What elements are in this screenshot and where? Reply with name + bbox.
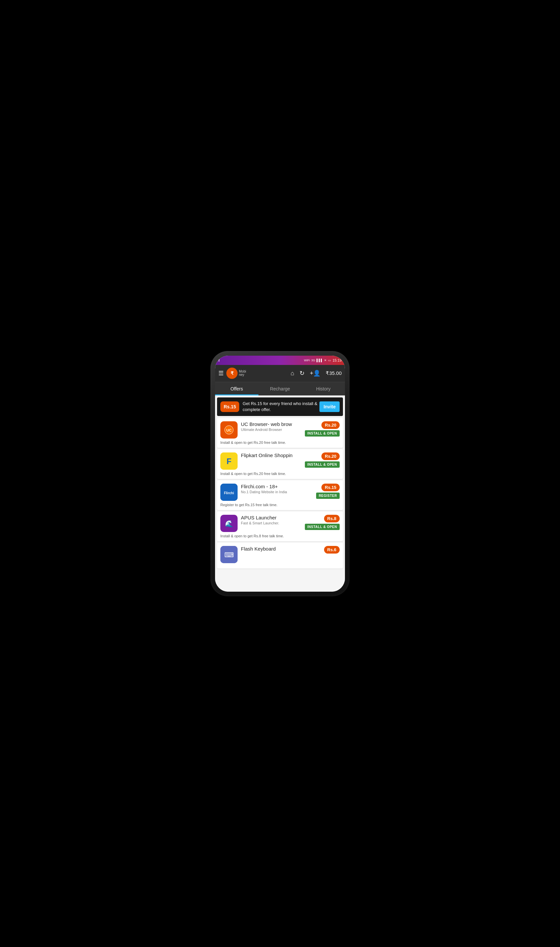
uc-browser-info: UC Browser- web brow Ultimate Android Br…	[241, 421, 302, 431]
flirchi-actions: Rs.15 REGISTER	[316, 484, 340, 499]
offer-card-flash-keyboard: ⌨ Flash Keyboard Rs.6	[217, 543, 343, 568]
svg-text:F: F	[227, 457, 232, 466]
flipkart-actions: Rs.20 INSTALL & OPEN	[305, 453, 340, 468]
flipkart-info: Flipkart Online Shoppin	[241, 453, 302, 459]
offer-card-apus: 🌊 APUS Launcher Fast & Smart Launcher. R…	[217, 511, 343, 541]
flash-keyboard-amount: Rs.6	[324, 546, 340, 554]
flipkart-amount: Rs.20	[322, 453, 340, 460]
uc-browser-amount: Rs.20	[322, 421, 340, 429]
tab-history[interactable]: History	[302, 382, 345, 396]
banner-amount-badge: Rs.15	[220, 401, 239, 412]
apus-name: APUS Launcher	[241, 515, 302, 520]
banner-text: Get Rs.15 for every friend who install &…	[243, 401, 319, 413]
apus-subtitle: Fast & Smart Launcher.	[241, 521, 302, 525]
uc-browser-name: UC Browser- web brow	[241, 421, 302, 427]
signal-x-icon: ✕	[324, 359, 327, 362]
refresh-icon[interactable]: ↻	[300, 370, 305, 377]
flirchi-register-button[interactable]: REGISTER	[316, 493, 340, 499]
tab-recharge[interactable]: Recharge	[258, 382, 302, 396]
phone-frame: f WiFi 3G ▌▌▌ ✕ ▭ 15:19 ☰ ₹ Mobi ney	[211, 351, 349, 596]
nav-icons: ⌂ ↻ +👤 ₹35.00	[291, 370, 342, 377]
flirchi-amount: Rs.15	[322, 484, 340, 491]
flash-keyboard-actions: Rs.6	[324, 546, 340, 554]
top-nav: ☰ ₹ Mobi ney ⌂ ↻ +👤 ₹35.00	[215, 365, 345, 382]
flash-keyboard-name: Flash Keyboard	[241, 546, 321, 551]
flash-keyboard-icon: ⌨	[220, 546, 238, 563]
apus-actions: Rs.8 INSTALL & OPEN	[305, 515, 340, 530]
uc-browser-icon: UC	[220, 421, 238, 439]
tabs-bar: Offers Recharge History	[215, 382, 345, 396]
apus-amount: Rs.8	[324, 515, 340, 522]
uc-browser-install-button[interactable]: INSTALL & OPEN	[305, 430, 340, 437]
flipkart-name: Flipkart Online Shoppin	[241, 453, 302, 458]
battery-icon: ▭	[328, 359, 331, 362]
wifi-icon: WiFi	[304, 359, 310, 362]
svg-text:🌊: 🌊	[225, 520, 233, 528]
offer-card-flirchi: Flirchi Flirchi.com - 18+ No.1 Dating We…	[217, 480, 343, 510]
invite-button[interactable]: Invite	[319, 401, 340, 412]
invite-banner: Rs.15 Get Rs.15 for every friend who ins…	[217, 397, 343, 416]
svg-text:Flirchi: Flirchi	[224, 491, 234, 495]
svg-text:⌨: ⌨	[224, 551, 234, 559]
flipkart-install-button[interactable]: INSTALL & OPEN	[305, 461, 340, 468]
balance-display: ₹35.00	[326, 370, 342, 376]
offer-card-flipkart: F Flipkart Online Shoppin Rs.20 INSTALL …	[217, 449, 343, 479]
content-area: Rs.15 Get Rs.15 for every friend who ins…	[215, 396, 345, 592]
signal-bars-icon: ▌▌▌	[317, 359, 323, 362]
svg-text:UC: UC	[226, 428, 232, 432]
uc-browser-desc: Install & open to get Rs.20 free talk ti…	[220, 440, 340, 445]
uc-browser-actions: Rs.20 INSTALL & OPEN	[305, 421, 340, 437]
app-logo: ₹ Mobi ney	[226, 368, 291, 379]
apus-install-button[interactable]: INSTALL & OPEN	[305, 524, 340, 530]
flirchi-icon: Flirchi	[220, 484, 238, 501]
phone-screen: f WiFi 3G ▌▌▌ ✕ ▭ 15:19 ☰ ₹ Mobi ney	[215, 356, 345, 592]
facebook-icon: f	[218, 358, 220, 362]
hamburger-menu-icon[interactable]: ☰	[218, 370, 224, 377]
apus-desc: Install & open to get Rs.8 free talk tim…	[220, 534, 340, 538]
app-name: Mobi ney	[239, 370, 246, 377]
flirchi-desc: Register to get Rs.15 free talk time.	[220, 503, 340, 507]
add-friend-icon[interactable]: +👤	[310, 370, 321, 377]
flirchi-name: Flirchi.com - 18+	[241, 484, 313, 489]
signal-3g-icon: 3G	[311, 359, 315, 362]
apus-icon: 🌊	[220, 515, 238, 532]
tab-offers[interactable]: Offers	[215, 382, 258, 396]
status-time: 15:19	[332, 358, 342, 362]
home-icon[interactable]: ⌂	[291, 370, 294, 377]
status-bar: f WiFi 3G ▌▌▌ ✕ ▭ 15:19	[215, 356, 345, 365]
offer-card-uc-browser: UC UC Browser- web brow Ultimate Android…	[217, 418, 343, 448]
apus-info: APUS Launcher Fast & Smart Launcher.	[241, 515, 302, 525]
flirchi-subtitle: No.1 Dating Website in India	[241, 490, 313, 494]
flipkart-icon: F	[220, 453, 238, 470]
flipkart-desc: Install & open to get Rs.20 free talk ti…	[220, 472, 340, 476]
logo-icon: ₹	[226, 368, 238, 379]
uc-browser-subtitle: Ultimate Android Browser	[241, 428, 302, 431]
flash-keyboard-info: Flash Keyboard	[241, 546, 321, 552]
flirchi-info: Flirchi.com - 18+ No.1 Dating Website in…	[241, 484, 313, 494]
